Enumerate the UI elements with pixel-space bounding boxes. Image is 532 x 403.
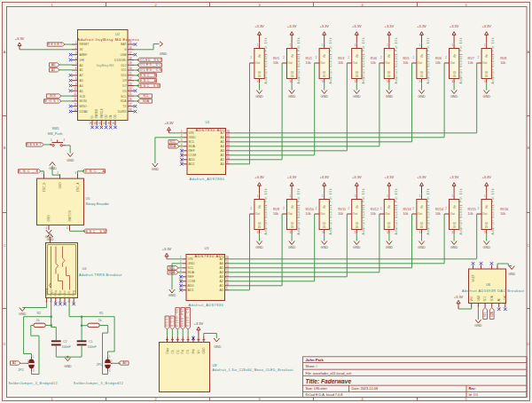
svg-text:Vin: Vin: [420, 53, 424, 58]
svg-text:Adafruit SC6021 Pot 10k: Adafruit SC6021 Pot 10k: [297, 37, 301, 83]
svg-text:A3: A3: [221, 149, 224, 153]
svg-text:Out: Out: [482, 212, 487, 216]
svg-text:GND: GND: [202, 347, 206, 354]
svg-text:+3.3V: +3.3V: [287, 24, 297, 28]
svg-text:Adafruit TRRS Breakout: Adafruit TRRS Breakout: [79, 273, 122, 277]
svg-text:+3.3V: +3.3V: [385, 24, 395, 28]
svg-text:SW_Push: SW_Push: [48, 132, 63, 136]
svg-text:Adafruit SC6021 Pot 10k: Adafruit SC6021 Pot 10k: [459, 188, 463, 234]
svg-text:D9: D9: [122, 79, 126, 83]
svg-text:C2: C2: [63, 340, 67, 344]
svg-text:Adafruit SC6021 Pot 10k: Adafruit SC6021 Pot 10k: [362, 37, 365, 83]
svg-text:A5: A5: [220, 266, 223, 270]
svg-text:SCL: SCL: [168, 266, 175, 270]
svg-text:RV15: RV15: [468, 208, 476, 211]
svg-text:D10: D10: [121, 74, 126, 77]
svg-text:SWCLK: SWCLK: [100, 107, 104, 118]
svg-text:SCL: SCL: [483, 296, 487, 301]
svg-text:GND: GND: [64, 365, 72, 368]
svg-text:11: 11: [74, 92, 77, 96]
svg-text:LDAC: LDAC: [504, 294, 507, 302]
svg-text:A3: A3: [220, 275, 223, 279]
svg-text:Vin: Vin: [485, 53, 489, 58]
svg-text:Title: Faderwave: Title: Faderwave: [306, 378, 352, 384]
svg-text:100nF: 100nF: [62, 345, 72, 349]
svg-text:D7: D7: [122, 84, 126, 88]
svg-text:SW1: SW1: [51, 127, 59, 130]
svg-text:21: 21: [129, 72, 133, 75]
svg-text:VIN: VIN: [470, 296, 473, 301]
svg-text:JP1: JP1: [97, 363, 102, 367]
svg-text:GND: GND: [47, 215, 51, 222]
svg-text:U4: U4: [82, 267, 87, 271]
svg-text:GND: GND: [482, 246, 490, 249]
svg-text:D12: D12: [121, 64, 126, 67]
svg-text:+3.3V: +3.3V: [162, 247, 172, 251]
svg-text:Right: Right: [50, 289, 53, 296]
svg-text:D: D: [527, 342, 529, 346]
svg-text:A5: A5: [80, 90, 83, 93]
svg-text:GND: GND: [450, 246, 458, 249]
svg-text:Out: Out: [320, 212, 325, 216]
svg-text:GND: GND: [418, 246, 426, 249]
svg-text:Out: Out: [385, 61, 389, 65]
svg-text:GND: GND: [255, 95, 263, 99]
svg-text:10k: 10k: [338, 61, 343, 65]
svg-text:GND: GND: [49, 167, 57, 170]
svg-text:REF: REF: [188, 275, 195, 279]
svg-text:GND: GND: [323, 221, 326, 228]
svg-text:RESET: RESET: [80, 43, 90, 46]
svg-text:GND: GND: [66, 159, 74, 162]
svg-text:GND: GND: [189, 136, 196, 139]
svg-text:GND: GND: [453, 70, 457, 77]
svg-text:JP2: JP2: [18, 368, 23, 372]
svg-text:C: C: [527, 243, 529, 248]
svg-text:Out: Out: [450, 61, 454, 65]
svg-text:A1: A1: [51, 68, 55, 72]
svg-text:RV13: RV13: [403, 208, 411, 211]
svg-text:ENC_SW: ENC_SW: [86, 230, 106, 233]
svg-text:GND: GND: [482, 95, 490, 99]
svg-text:GND: GND: [418, 95, 426, 99]
svg-text:+3.3V: +3.3V: [319, 24, 329, 28]
svg-text:D5: D5: [113, 115, 117, 118]
svg-text:A0: A0: [220, 288, 223, 292]
svg-text:A0: A0: [122, 361, 126, 365]
svg-text:SCL: SCL: [121, 95, 127, 99]
svg-text:GND: GND: [291, 70, 294, 77]
svg-text:VHI: VHI: [80, 59, 85, 62]
svg-text:AREF: AREF: [80, 53, 88, 57]
svg-text:B: B: [527, 146, 529, 150]
svg-text:Vin: Vin: [291, 53, 294, 58]
svg-text:A6: A6: [220, 262, 223, 265]
svg-text:25: 25: [129, 92, 133, 96]
svg-text:Sheet: /: Sheet: /: [306, 365, 318, 368]
svg-text:R1: R1: [99, 312, 104, 315]
svg-text:13: 13: [74, 103, 77, 107]
svg-text:+3.3V: +3.3V: [164, 121, 174, 125]
svg-text:Adafruit_ADS7830: Adafruit_ADS7830: [190, 178, 224, 181]
svg-text:19: 19: [129, 61, 133, 65]
svg-text:VIN: VIN: [189, 131, 194, 135]
svg-text:+3.3V: +3.3V: [254, 24, 264, 28]
svg-text:Out: Out: [418, 212, 422, 216]
svg-text:10k: 10k: [468, 212, 473, 216]
svg-text:10k: 10k: [500, 212, 505, 216]
svg-text:GND: GND: [160, 52, 168, 56]
svg-text:A1: A1: [80, 68, 83, 72]
svg-text:10k: 10k: [403, 212, 408, 216]
svg-text:TSw: TSw: [59, 290, 62, 296]
svg-text:A0: A0: [221, 162, 224, 166]
svg-text:10k: 10k: [435, 61, 441, 65]
svg-text:C: C: [4, 243, 6, 248]
svg-text:A6: A6: [221, 136, 224, 139]
svg-text:10k: 10k: [338, 212, 343, 216]
svg-text:GND: GND: [258, 70, 262, 77]
svg-text:Adafruit SC6021 Pot 10k: Adafruit SC6021 Pot 10k: [395, 37, 398, 83]
svg-text:SDA: SDA: [188, 271, 195, 274]
svg-text:A2: A2: [221, 154, 224, 157]
svg-text:USB: USB: [121, 53, 128, 57]
svg-text:Out: Out: [255, 212, 260, 216]
svg-text:26: 26: [129, 98, 133, 101]
svg-text:Out: Out: [353, 61, 357, 65]
